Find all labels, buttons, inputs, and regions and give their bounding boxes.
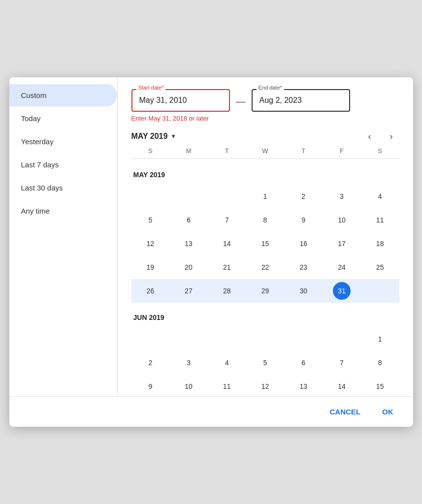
month-label-spacer — [361, 167, 399, 183]
calendar-scroll[interactable]: MAY 201912345678910111213141516171819202… — [131, 160, 399, 396]
calendar-day[interactable]: 1 — [361, 327, 399, 351]
calendar-day[interactable]: 3 — [323, 185, 361, 208]
calendar-day[interactable]: 10 — [323, 208, 361, 232]
prev-month-button[interactable]: ‹ — [362, 128, 378, 144]
calendar-day[interactable]: 9 — [131, 375, 170, 396]
calendar-day[interactable]: 4 — [208, 351, 246, 375]
day-number: 5 — [141, 211, 159, 229]
sidebar-item-anytime[interactable]: Any time — [9, 200, 117, 222]
calendar-day[interactable]: 10 — [169, 375, 208, 396]
month-label-spacer — [361, 310, 399, 325]
main-panel: Start date* May 31, 2010 — End date* Aug… — [118, 77, 413, 397]
calendar-day[interactable]: 15 — [361, 375, 399, 396]
day-header: S — [361, 147, 399, 155]
calendar-day[interactable]: 18 — [361, 232, 399, 255]
day-number: 7 — [333, 354, 351, 372]
calendar-day[interactable]: 2 — [284, 185, 323, 208]
start-date-input[interactable]: May 31, 2010 — [131, 89, 230, 112]
calendar-day[interactable]: 7 — [323, 351, 361, 375]
day-number: 14 — [333, 378, 351, 395]
month-label-spacer — [323, 310, 361, 325]
day-number: 16 — [294, 235, 312, 252]
day-header: W — [246, 147, 285, 155]
calendar-day[interactable]: 12 — [246, 375, 285, 396]
calendar-day[interactable]: 4 — [361, 185, 399, 208]
sidebar-item-last7[interactable]: Last 7 days — [9, 154, 117, 176]
calendar-day[interactable]: 8 — [361, 351, 399, 375]
calendar-day[interactable]: 19 — [131, 255, 170, 279]
calendar-day[interactable]: 8 — [246, 208, 285, 232]
sidebar-item-custom[interactable]: Custom — [9, 84, 117, 106]
month-section: JUN 201912345678910111213141516171819202… — [131, 305, 399, 396]
sidebar-item-yesterday[interactable]: Yesterday — [9, 130, 117, 153]
calendar-grid: 1234567891011121314151617181920212223242… — [131, 327, 399, 396]
month-label-spacer — [323, 167, 361, 183]
day-number: 21 — [218, 258, 236, 276]
calendar-day[interactable]: 1 — [246, 185, 285, 208]
calendar-day[interactable]: 14 — [323, 375, 361, 396]
month-dropdown-icon: ▼ — [170, 133, 176, 140]
calendar-day[interactable]: 31 — [323, 279, 361, 303]
calendar-day[interactable]: 6 — [284, 351, 323, 375]
calendar-day[interactable]: 5 — [131, 208, 170, 232]
day-header: F — [323, 147, 361, 155]
calendar-day[interactable]: 21 — [208, 255, 246, 279]
day-number: 6 — [294, 354, 312, 372]
calendar-day[interactable]: 6 — [169, 208, 208, 232]
calendar-day[interactable]: 9 — [284, 208, 323, 232]
calendar-day[interactable]: 7 — [208, 208, 246, 232]
calendar-day — [284, 327, 323, 351]
day-number: 1 — [371, 330, 389, 348]
calendar-day[interactable]: 3 — [169, 351, 208, 375]
month-title[interactable]: MAY 2019 ▼ — [131, 132, 177, 141]
calendar-day[interactable]: 2 — [131, 351, 170, 375]
day-number: 23 — [294, 258, 312, 276]
day-number: 11 — [371, 211, 389, 229]
day-number: 15 — [256, 235, 274, 252]
calendar-day[interactable]: 24 — [323, 255, 361, 279]
calendar-day[interactable]: 11 — [208, 375, 246, 396]
calendar-day[interactable]: 28 — [208, 279, 246, 303]
month-label: JUN 2019 — [131, 314, 285, 321]
day-number: 6 — [180, 211, 197, 229]
calendar-day[interactable]: 16 — [284, 232, 323, 255]
calendar-day[interactable]: 22 — [246, 255, 285, 279]
calendar-day[interactable]: 25 — [361, 255, 399, 279]
start-date-field: Start date* May 31, 2010 — [131, 89, 230, 112]
calendar-day[interactable]: 15 — [246, 232, 285, 255]
calendar-day[interactable]: 30 — [284, 279, 323, 303]
calendar-day[interactable]: 29 — [246, 279, 285, 303]
calendar-day[interactable]: 26 — [131, 279, 170, 303]
ok-button[interactable]: OK — [374, 404, 401, 420]
day-number: 12 — [141, 235, 159, 252]
calendar-day[interactable]: 5 — [246, 351, 285, 375]
day-number: 22 — [256, 258, 274, 276]
sidebar-item-today[interactable]: Today — [9, 107, 117, 129]
calendar-day[interactable]: 14 — [208, 232, 246, 255]
calendar-day[interactable]: 13 — [169, 232, 208, 255]
calendar-day[interactable]: 17 — [323, 232, 361, 255]
sidebar: CustomTodayYesterdayLast 7 daysLast 30 d… — [9, 77, 118, 397]
day-number: 4 — [371, 188, 389, 205]
day-headers: SMTWTFS — [131, 147, 399, 159]
calendar-day[interactable]: 12 — [131, 232, 170, 255]
end-date-input[interactable]: Aug 2, 2023 — [252, 89, 350, 112]
next-month-button[interactable]: › — [384, 128, 399, 144]
calendar-day — [208, 327, 246, 351]
calendar-day[interactable]: 23 — [284, 255, 323, 279]
day-number: 3 — [333, 188, 351, 205]
calendar-day[interactable]: 27 — [169, 279, 208, 303]
calendar-day[interactable]: 13 — [284, 375, 323, 396]
calendar-day[interactable]: 11 — [361, 208, 399, 232]
day-number: 10 — [333, 211, 351, 229]
day-number: 25 — [371, 258, 389, 276]
nav-arrows: ‹ › — [362, 128, 399, 144]
end-date-label: End date* — [257, 85, 284, 91]
day-header: M — [169, 147, 208, 155]
cancel-button[interactable]: Cancel — [322, 404, 369, 420]
sidebar-item-last30[interactable]: Last 30 days — [9, 177, 117, 199]
day-number: 2 — [294, 188, 312, 205]
calendar-day[interactable]: 20 — [169, 255, 208, 279]
date-range-dialog: CustomTodayYesterdayLast 7 daysLast 30 d… — [9, 77, 413, 427]
calendar-day — [169, 185, 208, 208]
